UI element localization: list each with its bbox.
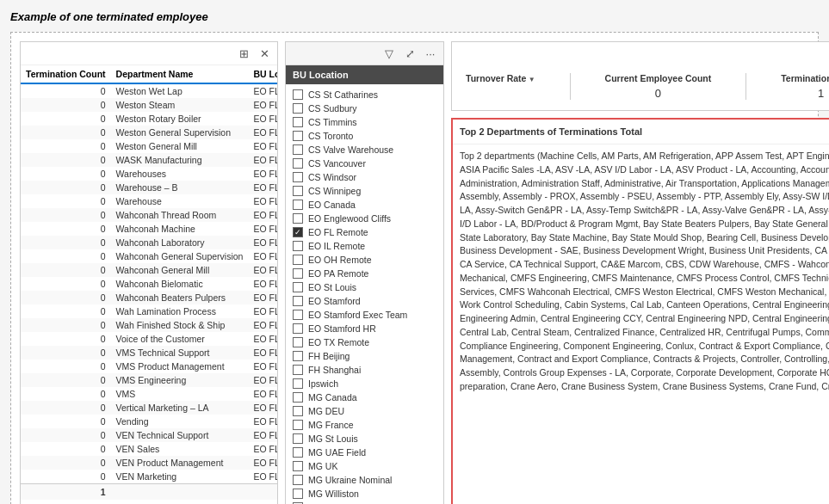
table-row[interactable]: 0 VEN Sales EO FL Remote [21, 442, 277, 456]
filter-checkbox[interactable] [293, 103, 303, 114]
filter-item[interactable]: MG Canada [286, 390, 443, 404]
filter-checkbox[interactable] [293, 172, 303, 182]
filter-item[interactable]: EO Stamford Exec Team [286, 308, 443, 322]
filter-checkbox[interactable] [293, 268, 303, 279]
table-row[interactable]: 0 Vending EO FL Remote [21, 415, 277, 428]
table-row[interactable]: 0 Weston Wet Lap EO FL Remote [21, 83, 277, 98]
table-row[interactable]: 0 Warehouse – B EO FL Remote [21, 181, 277, 194]
filter-checkbox[interactable] [293, 406, 303, 416]
filter-checkbox[interactable] [293, 378, 303, 389]
table-row[interactable]: 0 Weston Rotary Boiler EO FL Remote [21, 112, 277, 126]
filter-checkbox[interactable] [293, 200, 303, 210]
table-row[interactable]: 0 Wahconah Thread Room EO FL Remote [21, 208, 277, 222]
table-row[interactable]: 0 Wahconah Laboratory EO FL Remote [21, 236, 277, 249]
filter-item[interactable]: CS Sudbury [286, 101, 443, 115]
filter-checkbox[interactable] [293, 117, 303, 127]
table-row[interactable]: 0 Vertical Marketing – LA EO FL Remote [21, 401, 277, 415]
col-department-name[interactable]: Department Name [111, 65, 249, 83]
table-row[interactable]: 0 Wahconah General Supervision EO FL Rem… [21, 249, 277, 263]
col-termination-count[interactable]: Termination Count [21, 65, 111, 83]
filter-item[interactable]: Ipswich [286, 377, 443, 390]
table-row[interactable]: 0 Wahconah Bielomatic EO FL Remote [21, 277, 277, 291]
filter-checkbox[interactable] [293, 337, 303, 347]
table-row[interactable]: 0 VEN Marketing EO FL Remote [21, 470, 277, 484]
table-row[interactable]: 0 VMS Technical Support EO FL Remote [21, 346, 277, 360]
filter-item[interactable]: MG France [286, 418, 443, 432]
filter-item[interactable]: MG DEU [286, 404, 443, 418]
filter-checkbox[interactable] [293, 447, 303, 458]
filter-checkbox[interactable] [293, 89, 303, 100]
filter-checkbox[interactable] [293, 420, 303, 430]
filter-item[interactable]: EO PA Remote [286, 267, 443, 280]
table-row[interactable]: 0 Voice of the Customer EO FL Remote [21, 332, 277, 346]
filter-item[interactable]: CS Valve Warehouse [286, 143, 443, 157]
filter-checkbox[interactable] [293, 489, 303, 499]
filter-checkbox[interactable] [293, 186, 303, 196]
filter-checkbox[interactable] [293, 433, 303, 444]
filter-list[interactable]: CS St CatharinesCS SudburyCS TimminsCS T… [286, 84, 443, 504]
filter-checkbox[interactable] [293, 131, 303, 141]
table-row[interactable]: 0 Wahconah Machine EO FL Remote [21, 222, 277, 236]
metric-label[interactable]: Turnover Rate [466, 73, 535, 83]
filter-item[interactable]: MG UAE Field [286, 446, 443, 459]
filter-checkbox[interactable] [293, 365, 303, 375]
filter-checkbox[interactable] [293, 213, 303, 224]
table-row[interactable]: 0 Warehouse EO FL Remote [21, 194, 277, 208]
filter-item[interactable]: EO IL Remote [286, 239, 443, 253]
table-row[interactable]: 0 VEN Product Management EO FL Remote [21, 456, 277, 470]
filter-checkbox[interactable] [293, 310, 303, 320]
table-wrapper[interactable]: Termination Count Department Name BU Loc… [21, 65, 277, 504]
filter-checkbox[interactable] [293, 241, 303, 251]
table-row[interactable]: 0 Warehouses EO FL Remote [21, 167, 277, 181]
filter-checkbox[interactable] [293, 282, 303, 292]
filter-checkbox[interactable] [293, 323, 303, 334]
filter-item[interactable]: FH Shanghai [286, 363, 443, 377]
table-row[interactable]: 0 Wah Finished Stock & Ship EO FL Remote [21, 318, 277, 332]
table-row[interactable]: 0 VMS EO FL Remote [21, 387, 277, 401]
filter-icon[interactable]: ▽ [381, 46, 397, 61]
filter-checkbox[interactable] [293, 392, 303, 403]
filter-checkbox[interactable] [293, 351, 303, 361]
filter-item[interactable]: CS St Catharines [286, 88, 443, 101]
filter-item[interactable]: EO Stamford [286, 294, 443, 308]
col-bu-location[interactable]: BU Location [248, 65, 277, 83]
table-row[interactable]: 0 VMS Product Management EO FL Remote [21, 360, 277, 373]
filter-item[interactable]: EO OH Remote [286, 253, 443, 267]
filter-checkbox[interactable] [293, 227, 303, 237]
filter-checkbox[interactable] [293, 158, 303, 169]
close-panel-icon[interactable]: ✕ [257, 46, 272, 61]
filter-item[interactable]: MG Ukraine Nominal [286, 473, 443, 487]
filter-item[interactable]: EO Canada [286, 198, 443, 212]
filter-item[interactable]: EO Stamford HR [286, 322, 443, 335]
filter-item[interactable]: CS Timmins [286, 115, 443, 129]
table-row[interactable]: 0 Weston Steam EO FL Remote [21, 98, 277, 112]
filter-checkbox[interactable] [293, 144, 303, 155]
filter-checkbox[interactable] [293, 296, 303, 306]
filter-checkbox[interactable] [293, 461, 303, 471]
filter-item[interactable]: CS Vancouver [286, 157, 443, 170]
filter-item[interactable]: EO Englewood Cliffs [286, 212, 443, 225]
filter-item[interactable]: MG St Louis [286, 432, 443, 446]
filter-checkbox[interactable] [293, 475, 303, 485]
filter-item[interactable]: CS Toronto [286, 129, 443, 143]
table-row[interactable]: 0 Wahconah General Mill EO FL Remote [21, 263, 277, 277]
filter-item[interactable]: EO St Louis [286, 280, 443, 294]
filter-item[interactable]: FH Beijing [286, 349, 443, 363]
table-row[interactable]: 0 Wah Lamination Process EO FL Remote [21, 304, 277, 318]
filter-item[interactable]: MG Williston [286, 487, 443, 501]
table-row[interactable]: 0 Weston General Mill EO FL Remote [21, 139, 277, 153]
table-row[interactable]: 0 VEN Technical Support EO FL Remote [21, 428, 277, 442]
filter-expand-icon[interactable]: ⤢ [402, 46, 418, 61]
table-row[interactable]: 0 WASK Manufacturing EO FL Remote [21, 153, 277, 167]
filter-item[interactable]: CS Winnipeg [286, 184, 443, 198]
table-row[interactable]: 0 VMS Engineering EO FL Remote [21, 373, 277, 387]
filter-more-icon[interactable]: ··· [423, 46, 438, 61]
table-row[interactable]: 0 Weston General Supervision EO FL Remot… [21, 126, 277, 139]
filter-checkbox[interactable] [293, 255, 303, 265]
table-row[interactable]: 0 Wahconah Beaters Pulpers EO FL Remote [21, 291, 277, 304]
filter-item[interactable]: EO FL Remote [286, 225, 443, 239]
filter-item[interactable]: Remote AEE [286, 501, 443, 504]
filter-item[interactable]: EO TX Remote [286, 335, 443, 349]
filter-item[interactable]: MG UK [286, 459, 443, 473]
table-view-icon[interactable]: ⊞ [236, 46, 251, 61]
